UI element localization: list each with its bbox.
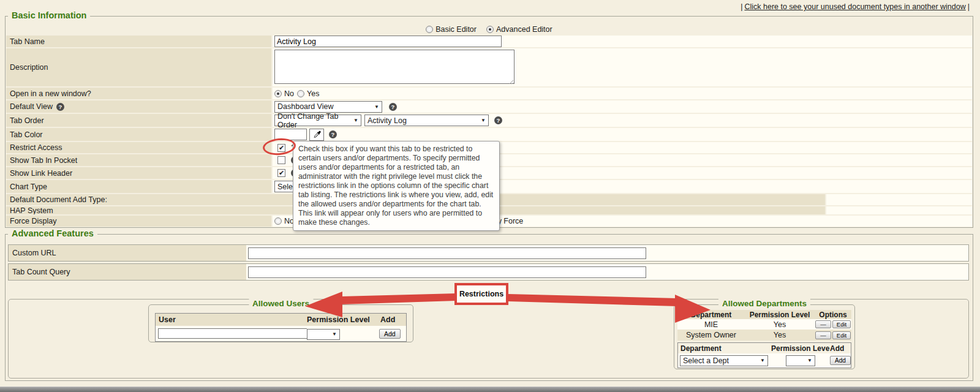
chevron-down-icon: ▼ [807,358,812,363]
basic-information-legend: Basic Information [8,10,90,20]
department-name: MIE [677,320,745,329]
force-display-label: Force Display [6,216,271,227]
add-department-button[interactable]: Add [830,356,851,365]
force-display-no-radio[interactable] [274,217,282,225]
show-tab-in-pocket-checkbox[interactable] [277,156,285,164]
default-view-row: Default View ? Dashboard View ▼ ? [6,100,972,113]
force-display-no-option[interactable]: No [274,217,294,225]
tab-order-row: Tab Order Don't Change Tab Order ▼ Activ… [6,114,972,127]
user-column-header: User [156,315,307,324]
department-name: System Owner [677,331,745,339]
custom-url-input[interactable] [248,247,646,259]
advanced-editor-label: Advanced Editor [496,25,552,34]
open-window-yes-radio[interactable] [297,90,304,97]
permission-level-column-header: Permission Level [771,344,830,353]
show-tab-in-pocket-label: Show Tab In Pocket [6,154,271,166]
department-select[interactable]: Select a Dept ▼ [680,355,768,366]
tab-order-position-value: Activity Log [368,116,407,125]
department-row-system-owner: System Owner Yes — Edit [677,330,851,341]
remove-department-button[interactable]: — [815,320,831,328]
custom-url-row: Custom URL [8,244,969,262]
basic-editor-radio[interactable] [426,26,433,33]
basic-editor-option[interactable]: Basic Editor [426,25,477,34]
color-picker-button[interactable] [309,129,324,141]
tab-count-query-row: Tab Count Query [8,263,969,281]
edit-department-button[interactable]: Edit [832,320,851,328]
user-permission-select[interactable]: ▼ [307,329,340,340]
departments-header-row: Department Permission Level Options [677,310,851,319]
editor-mode-row: Basic Editor Advanced Editor [6,24,973,34]
allowed-users-header-row: User Permission Level Add [156,314,406,326]
default-view-label: Default View [10,102,53,111]
help-icon[interactable]: ? [329,130,337,138]
help-icon[interactable]: ? [56,103,64,111]
add-department-header-row: Department Permission Level Add [678,343,851,353]
add-column-header: Add [379,315,406,324]
chevron-down-icon: ▼ [760,358,765,363]
open-window-no-radio[interactable] [274,90,282,97]
allowed-users-input-row: ▼ Add [156,326,406,341]
tab-color-row: Tab Color ? [6,128,972,141]
restrict-access-tooltip: Check this box if you want this tab to b… [293,141,500,231]
chevron-down-icon: ▼ [481,118,486,123]
department-select-value: Select a Dept [683,356,729,365]
description-label: Description [6,48,271,86]
tab-order-position-select[interactable]: Activity Log ▼ [364,115,489,126]
description-row: Description [6,48,972,86]
remove-department-button[interactable]: — [815,331,831,339]
open-new-window-row: Open in a new window? No Yes [6,88,972,99]
user-search-input[interactable] [158,328,307,339]
advanced-features-panel: Advanced Features Custom URL Tab Count Q… [5,234,973,381]
description-textarea[interactable] [274,50,514,84]
default-view-select[interactable]: Dashboard View ▼ [274,101,382,113]
chevron-down-icon: ▼ [353,118,358,123]
tab-name-label: Tab Name [6,36,271,47]
eyedropper-icon [313,130,321,138]
tab-order-action-value: Don't Change Tab Order [277,112,349,129]
allowed-departments-panel: Allowed Departments Department Permissio… [674,304,855,369]
department-permission: Yes [745,320,815,329]
options-column-header: Options [815,311,851,319]
basic-editor-label: Basic Editor [435,25,477,34]
edit-department-button[interactable]: Edit [832,331,851,339]
tab-count-query-input[interactable] [248,266,646,278]
help-icon[interactable]: ? [389,103,397,111]
allowed-departments-table: Department Permission Level Options MIE … [677,310,851,341]
tab-order-action-select[interactable]: Don't Change Tab Order ▼ [274,115,361,126]
open-window-no-option[interactable]: No [274,89,294,98]
custom-url-label: Custom URL [9,245,246,261]
chart-type-label: Chart Type [6,180,271,193]
unused-doc-types-bar: |Click here to see your unused document … [739,2,971,11]
restrict-access-label: Restrict Access [6,142,271,153]
tab-name-input[interactable] [274,36,502,47]
help-icon[interactable]: ? [494,116,502,124]
permission-level-column-header: Permission Level [745,311,815,319]
department-column-header: Department [678,344,771,353]
restrictions-group-panel: Allowed Users User Permission Level Add [8,299,969,379]
open-window-yes-option[interactable]: Yes [297,89,319,98]
department-row-mie: MIE Yes — Edit [677,319,851,330]
open-window-yes-label: Yes [307,89,319,98]
show-link-header-checkbox[interactable]: ✔ [277,169,285,177]
default-view-value: Dashboard View [277,102,334,111]
allowed-users-panel: Allowed Users User Permission Level Add [148,304,413,342]
add-column-header: Add [830,344,851,353]
chart-tab-editor-screen: |Click here to see your unused document … [0,0,980,392]
tab-name-row: Tab Name [6,36,972,47]
pipe-right: | [968,2,970,11]
allowed-users-table: User Permission Level Add [155,313,407,342]
show-link-header-label: Show Link Header [6,167,271,179]
tab-color-label: Tab Color [6,128,271,141]
permission-level-column-header: Permission Level [307,315,379,324]
advanced-editor-radio[interactable] [486,26,494,33]
advanced-editor-option[interactable]: Advanced Editor [486,25,552,34]
chevron-down-icon: ▼ [374,104,379,110]
open-new-window-label: Open in a new window? [6,88,271,99]
bottom-scrollbar[interactable] [0,386,980,392]
add-user-button[interactable]: Add [379,329,401,339]
unused-doc-types-link[interactable]: Click here to see your unused document t… [744,2,965,11]
department-permission-select[interactable]: ▼ [786,355,815,366]
pipe-left: | [741,2,742,11]
restrictions-annotation-box: Restrictions [454,283,508,305]
tab-order-label: Tab Order [6,114,271,127]
